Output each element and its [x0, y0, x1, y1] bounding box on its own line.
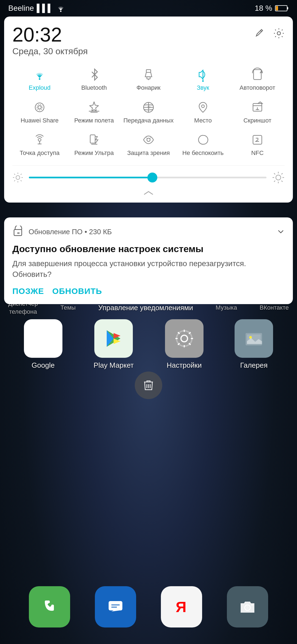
- edit-icon[interactable]: [255, 28, 265, 38]
- svg-line-33: [14, 174, 15, 175]
- autorotate-toggle-icon: [250, 67, 265, 82]
- svg-point-13: [38, 106, 41, 109]
- flashlight-toggle-icon: [141, 67, 156, 82]
- toggle-dnd-label: Не беспокоить: [182, 149, 224, 157]
- brightness-slider-thumb[interactable]: [147, 173, 157, 182]
- settings-icon[interactable]: [273, 28, 285, 39]
- svg-rect-24: [90, 135, 95, 143]
- toggle-bluetooth[interactable]: Bluetooth: [67, 65, 121, 95]
- toggle-sound-label: Звук: [197, 84, 209, 92]
- toggle-ultra-label: Режим Ультра: [74, 149, 114, 157]
- huawei-share-toggle-icon: [32, 100, 47, 114]
- toggle-hotspot-label: Точка доступа: [20, 149, 60, 157]
- svg-point-62: [246, 606, 249, 609]
- app-playmarket[interactable]: Play Маркет: [94, 319, 134, 370]
- toggle-huawei-share[interactable]: Huawei Share: [12, 97, 67, 127]
- status-left: Beeline ▌▌▌: [8, 4, 66, 13]
- notif-icon: [12, 226, 24, 238]
- notif-title: Доступно обновление настроек системы: [12, 243, 285, 255]
- toggle-eye[interactable]: Защита зрения: [121, 130, 176, 160]
- toggle-location-label: Место: [194, 117, 212, 125]
- svg-point-10: [203, 81, 204, 82]
- svg-rect-57: [109, 601, 122, 610]
- carrier-label: Beeline: [8, 4, 34, 13]
- toggle-autorotate-label: Автоповорот: [240, 84, 275, 92]
- svg-line-35: [14, 180, 15, 181]
- settings-app-label: Настройки: [167, 361, 202, 370]
- toggle-autorotate[interactable]: Автоповорот: [230, 65, 285, 95]
- app-gallery[interactable]: Галерея: [235, 319, 273, 370]
- dock-phone[interactable]: [29, 586, 70, 627]
- settings-icon-wrap: [165, 319, 204, 358]
- brightness-row: [12, 168, 285, 188]
- toggle-screenshot[interactable]: Скриншот: [230, 97, 285, 127]
- wifi-toggle-icon: [32, 67, 47, 82]
- notif-expand-icon[interactable]: [277, 228, 285, 236]
- wifi-status-icon: [56, 4, 66, 12]
- app-settings[interactable]: Настройки: [165, 319, 204, 370]
- qs-date: Среда, 30 октября: [12, 46, 88, 56]
- dock-camera[interactable]: [227, 586, 268, 627]
- battery-icon: [275, 5, 289, 12]
- svg-point-49: [181, 335, 188, 342]
- toggle-location[interactable]: Место: [176, 97, 230, 127]
- manage-notifications-label: Управление уведомлениями: [98, 304, 193, 312]
- quick-settings-panel: 20:32 Среда, 30 октября: [4, 17, 293, 203]
- sound-toggle-icon: [196, 67, 210, 82]
- brightness-slider-track[interactable]: [29, 177, 266, 178]
- brightness-min-icon: [12, 172, 23, 183]
- toggle-dnd[interactable]: Не беспокоить: [176, 130, 230, 160]
- qs-time: 20:32: [12, 25, 88, 45]
- vk-label: ВКонтакте: [260, 304, 289, 312]
- toggle-hotspot[interactable]: Точка доступа: [12, 130, 67, 160]
- toggle-wifi-label: Exploud: [29, 84, 51, 92]
- apps-grid: Google Play Маркет Настройки: [0, 319, 297, 370]
- ultra-toggle-icon: [87, 133, 101, 147]
- notif-body: Для завершения процесса установки устрой…: [12, 258, 285, 280]
- toggle-data-label: Передача данных: [123, 117, 174, 125]
- status-right: 18 %: [255, 4, 289, 13]
- signal-icon: ▌▌▌: [37, 4, 53, 13]
- svg-line-44: [274, 181, 275, 182]
- toggle-eye-label: Защита зрения: [127, 149, 170, 157]
- collapse-icon: [142, 189, 155, 197]
- svg-point-23: [38, 138, 41, 141]
- toggle-huawei-share-label: Huawei Share: [21, 117, 59, 125]
- notif-later-button[interactable]: ПОЗЖЕ: [12, 286, 44, 296]
- svg-rect-11: [254, 70, 261, 80]
- svg-line-45: [282, 173, 283, 174]
- eye-toggle-icon: [141, 133, 156, 147]
- toggle-flashlight[interactable]: Фонарик: [121, 65, 176, 95]
- delete-button[interactable]: [135, 372, 162, 399]
- toggle-data-transfer[interactable]: ① Передача данных: [121, 97, 176, 127]
- battery-label: 18 %: [255, 4, 272, 13]
- nfc-toggle-icon: [250, 133, 265, 147]
- svg-text:①: ①: [147, 105, 151, 109]
- svg-rect-6: [146, 70, 151, 72]
- toggle-airplane-label: Режим полета: [74, 117, 114, 125]
- notif-actions: ПОЗЖЕ ОБНОВИТЬ: [12, 286, 285, 296]
- toggle-sound[interactable]: Звук: [176, 65, 230, 95]
- toggle-bluetooth-label: Bluetooth: [81, 84, 107, 92]
- gallery-app-label: Галерея: [240, 361, 268, 370]
- toggle-screenshot-label: Скриншот: [243, 117, 271, 125]
- toggle-wifi[interactable]: Exploud: [12, 65, 67, 95]
- qs-header: 20:32 Среда, 30 октября: [12, 25, 285, 56]
- app-google[interactable]: Google: [24, 319, 62, 370]
- toggle-nfc[interactable]: NFC: [230, 130, 285, 160]
- dock-yandex[interactable]: Я: [161, 586, 202, 627]
- gallery-icon-wrap: [235, 319, 273, 358]
- toggle-airplane[interactable]: Режим полета: [67, 97, 121, 127]
- svg-line-42: [274, 173, 275, 174]
- dock-messages[interactable]: [95, 586, 136, 627]
- notif-header: Обновление ПО • 230 КБ: [12, 226, 285, 238]
- location-toggle-icon: [196, 100, 210, 114]
- svg-point-5: [39, 78, 40, 80]
- toggle-ultra[interactable]: Режим Ультра: [67, 130, 121, 160]
- collapse-handle[interactable]: [12, 188, 285, 197]
- notif-update-button[interactable]: ОБНОВИТЬ: [52, 286, 102, 296]
- toggle-flashlight-label: Фонарик: [136, 84, 161, 92]
- airplane-toggle-icon: [87, 100, 101, 114]
- themes-label: Темы: [61, 304, 76, 312]
- svg-line-43: [282, 181, 283, 182]
